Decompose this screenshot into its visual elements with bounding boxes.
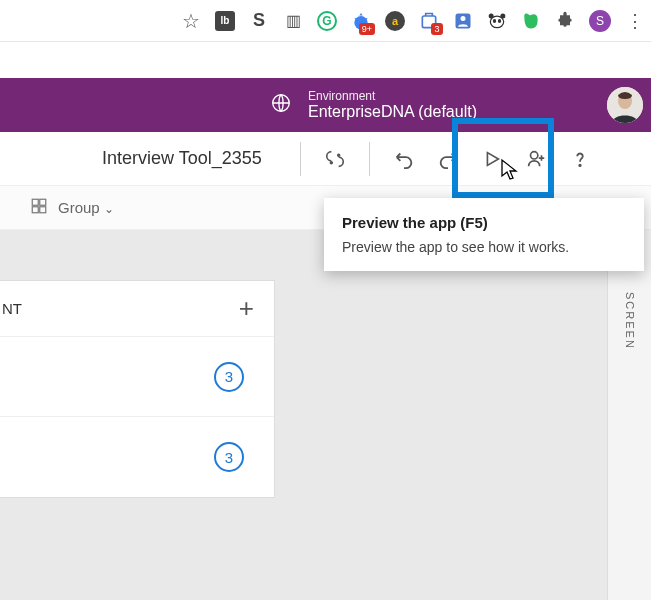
environment-name: EnterpriseDNA (default) <box>308 103 477 121</box>
left-panel: NT + 3 3 <box>0 280 275 498</box>
chevron-down-icon: ⌄ <box>104 202 114 216</box>
svg-rect-17 <box>40 199 46 205</box>
svg-point-15 <box>579 164 580 165</box>
share-button[interactable] <box>514 137 558 181</box>
tooltip-title: Preview the app (F5) <box>342 214 626 231</box>
svg-point-3 <box>461 16 466 21</box>
extension-badge: 9+ <box>359 23 375 35</box>
list-item[interactable]: 3 <box>0 337 274 417</box>
extension-icon-honey[interactable]: 3 <box>419 11 439 31</box>
extension-icon-person[interactable] <box>453 11 473 31</box>
extension-icon-skype[interactable]: S <box>249 11 269 31</box>
svg-point-8 <box>498 18 501 22</box>
count-badge: 3 <box>214 442 244 472</box>
browser-extensions-bar: ☆ lb S ▥ G 9+ a 3 S ⋮ <box>0 0 651 42</box>
screen-panel-label[interactable]: SCREEN <box>624 292 636 350</box>
app-checker-button[interactable] <box>313 137 357 181</box>
app-header: Environment EnterpriseDNA (default) <box>0 78 651 132</box>
app-toolbar: Interview Tool_2355 <box>0 132 651 186</box>
svg-rect-18 <box>32 206 38 212</box>
environment-selector[interactable]: Environment EnterpriseDNA (default) <box>308 89 477 121</box>
undo-button[interactable] <box>382 137 426 181</box>
help-button[interactable] <box>558 137 602 181</box>
list-item[interactable]: 3 <box>0 417 274 497</box>
svg-point-5 <box>489 13 494 18</box>
spacer <box>0 42 651 78</box>
extension-icon-evernote[interactable] <box>521 11 541 31</box>
browser-profile-avatar[interactable]: S <box>589 10 611 32</box>
svg-point-7 <box>493 18 496 22</box>
redo-button[interactable] <box>426 137 470 181</box>
environment-globe-icon[interactable] <box>270 92 292 118</box>
browser-menu-icon[interactable]: ⋮ <box>625 11 645 31</box>
svg-point-6 <box>500 13 505 18</box>
extension-icon-lastfm[interactable]: lb <box>215 11 235 31</box>
user-avatar[interactable] <box>607 87 643 123</box>
extension-icon-grammarly[interactable]: G <box>317 11 337 31</box>
count-badge: 3 <box>214 362 244 392</box>
svg-point-12 <box>330 161 332 163</box>
extension-icon-yellow[interactable]: a <box>385 11 405 31</box>
right-side-panel: 〈 SCREEN <box>607 230 651 600</box>
preview-tooltip: Preview the app (F5) Preview the app to … <box>324 198 644 271</box>
preview-button[interactable] <box>470 137 514 181</box>
extension-icon-panda[interactable] <box>487 11 507 31</box>
separator <box>300 142 301 176</box>
group-icon[interactable] <box>30 197 48 219</box>
extension-badge: 3 <box>431 23 443 35</box>
group-dropdown[interactable]: Group ⌄ <box>58 199 114 216</box>
tooltip-body: Preview the app to see how it works. <box>342 239 626 255</box>
svg-rect-19 <box>40 206 46 212</box>
add-button[interactable]: + <box>239 293 254 324</box>
svg-point-13 <box>338 154 340 156</box>
app-name-label[interactable]: Interview Tool_2355 <box>102 148 262 169</box>
extension-icon-kitchen[interactable]: ▥ <box>283 11 303 31</box>
separator <box>369 142 370 176</box>
svg-rect-16 <box>32 199 38 205</box>
bookmark-star-icon[interactable]: ☆ <box>181 11 201 31</box>
canvas-area: NT + 3 3 〈 SCREEN <box>0 230 651 600</box>
panel-header-label: NT <box>0 300 22 317</box>
environment-label: Environment <box>308 89 477 103</box>
panel-header-row: NT + <box>0 281 274 337</box>
extension-icon-inbox[interactable]: 9+ <box>351 11 371 31</box>
svg-point-14 <box>531 151 538 158</box>
group-label-text: Group <box>58 199 100 216</box>
extensions-puzzle-icon[interactable] <box>555 11 575 31</box>
